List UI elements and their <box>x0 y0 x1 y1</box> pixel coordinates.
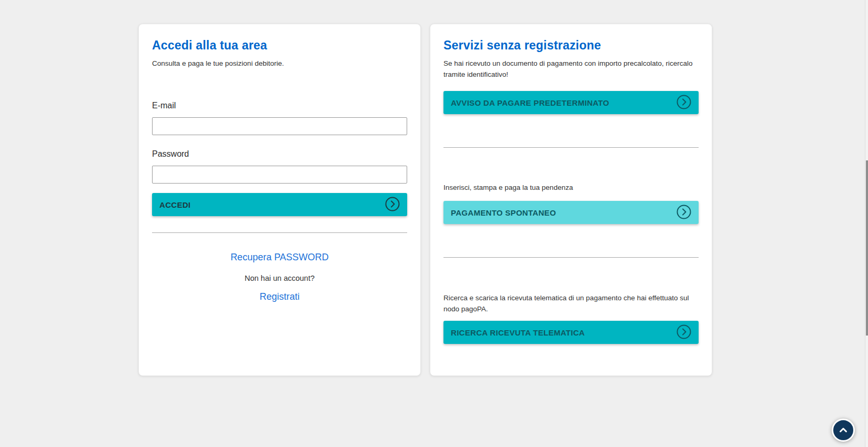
recover-password-link[interactable]: Recupera PASSWORD <box>230 252 329 263</box>
no-account-text: Non hai un account? <box>152 274 407 282</box>
spontaneo-description: Inserisci, stampa e paga la tua pendenza <box>443 182 699 193</box>
email-field[interactable] <box>152 117 407 135</box>
scrollbar-track[interactable] <box>865 0 868 447</box>
login-card-subtitle: Consulta e paga le tue posizioni debitor… <box>152 58 407 69</box>
chevron-right-circle-icon <box>676 94 692 111</box>
services-divider <box>443 257 699 258</box>
register-link[interactable]: Registrati <box>259 291 299 302</box>
ricerca-ricevuta-label: RICERCA RICEVUTA TELEMATICA <box>451 328 585 337</box>
scrollbar-thumb[interactable] <box>866 160 868 336</box>
scroll-to-top-button[interactable] <box>832 419 855 442</box>
password-field[interactable] <box>152 166 407 184</box>
ricerca-ricevuta-button[interactable]: RICERCA RICEVUTA TELEMATICA <box>443 321 699 344</box>
email-label: E-mail <box>152 100 407 111</box>
pagamento-spontaneo-label: PAGAMENTO SPONTANEO <box>451 208 556 217</box>
services-card-subtitle: Se hai ricevuto un documento di pagament… <box>443 58 699 80</box>
pagamento-spontaneo-button[interactable]: PAGAMENTO SPONTANEO <box>443 201 699 224</box>
chevron-right-circle-icon <box>676 324 692 341</box>
login-card: Accedi alla tua area Consulta e paga le … <box>138 24 421 376</box>
login-card-title: Accedi alla tua area <box>152 38 407 53</box>
avviso-predeterminato-label: AVVISO DA PAGARE PREDETERMINATO <box>451 98 609 107</box>
chevron-up-icon <box>837 424 849 436</box>
services-card: Servizi senza registrazione Se hai ricev… <box>430 24 712 376</box>
avviso-predeterminato-button[interactable]: AVVISO DA PAGARE PREDETERMINATO <box>443 91 699 114</box>
ricevuta-description: Ricerca e scarica la ricevuta telematica… <box>443 292 699 314</box>
services-divider <box>443 147 699 148</box>
login-button[interactable]: ACCEDI <box>152 193 407 216</box>
chevron-right-circle-icon <box>676 204 692 221</box>
services-card-title: Servizi senza registrazione <box>443 38 699 53</box>
login-button-label: ACCEDI <box>159 200 190 209</box>
password-label: Password <box>152 149 407 159</box>
chevron-right-circle-icon <box>385 196 400 214</box>
